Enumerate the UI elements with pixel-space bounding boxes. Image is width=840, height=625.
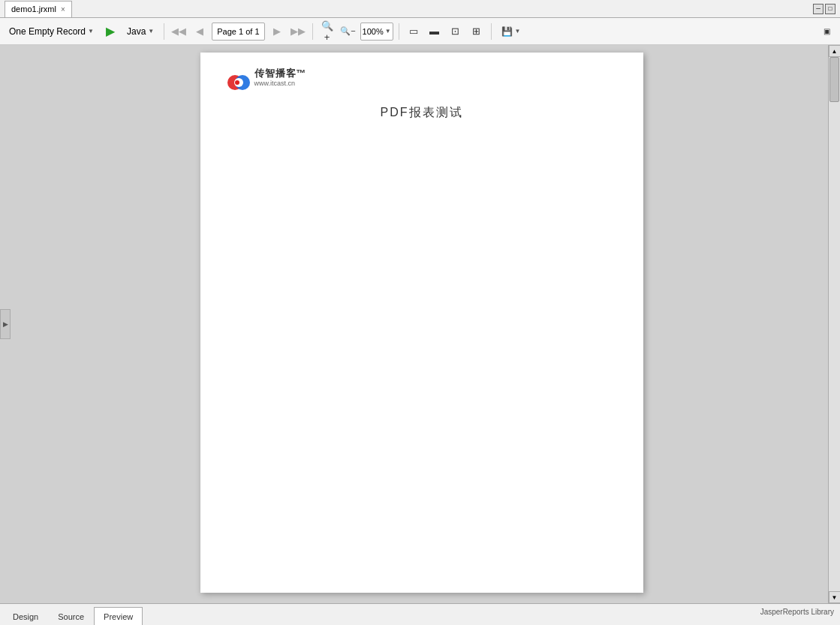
separator-3 (399, 23, 399, 40)
run-button[interactable]: ▶ (101, 23, 119, 41)
zoom-level-dropdown[interactable]: 100% ▼ (360, 23, 393, 41)
minimize-button[interactable]: ─ (813, 4, 823, 14)
company-logo (223, 68, 253, 98)
actual-size-button[interactable]: ⊞ (468, 23, 486, 41)
report-name-arrow: ▼ (88, 28, 94, 35)
save-icon: 💾 (501, 26, 513, 37)
pdf-page: 传智播客™ www.itcast.cn PDF报表测试 (200, 53, 643, 593)
scroll-area: 传智播客™ www.itcast.cn PDF报表测试 ▲ ▼ (0, 45, 840, 603)
bottom-tabs: Design Source Preview (0, 604, 754, 625)
logo-text-area: 传智播客™ www.itcast.cn (254, 68, 307, 87)
title-bar: demo1.jrxml × ─ □ (0, 0, 840, 18)
svg-point-3 (235, 80, 239, 85)
page-indicator: Page 1 of 1 (212, 23, 264, 41)
restore-button[interactable]: □ (825, 4, 835, 14)
scroll-up-arrow[interactable]: ▲ (829, 45, 841, 57)
separator-2 (312, 23, 313, 40)
nav-prev-button[interactable]: ◀ (191, 23, 209, 41)
separator-1 (164, 23, 164, 40)
separator-4 (491, 23, 492, 40)
nav-next-button[interactable]: ▶ (268, 23, 286, 41)
save-button[interactable]: 💾 ▼ (497, 21, 525, 42)
scroll-down-arrow[interactable]: ▼ (829, 591, 841, 603)
nav-first-button[interactable]: ◀◀ (170, 23, 188, 41)
vertical-scrollbar[interactable]: ▲ ▼ (828, 45, 840, 603)
scroll-thumb[interactable] (829, 57, 839, 102)
save-dropdown-arrow: ▼ (515, 28, 521, 35)
scroll-track[interactable] (829, 57, 840, 591)
view-continuous-button[interactable]: ▬ (426, 23, 444, 41)
zoom-in-button[interactable]: 🔍+ (318, 23, 336, 41)
report-name-label: One Empty Record (9, 26, 86, 37)
company-url: www.itcast.cn (254, 80, 307, 88)
page-indicator-text: Page 1 of 1 (217, 27, 259, 36)
zoom-dropdown-arrow: ▼ (385, 28, 391, 35)
report-name-dropdown[interactable]: One Empty Record ▼ (5, 21, 98, 42)
status-bar: JasperReports Library (754, 604, 840, 619)
main-area: ▶ (0, 45, 840, 603)
view-page-button[interactable]: ▭ (405, 23, 423, 41)
language-dropdown[interactable]: Java ▼ (122, 21, 158, 42)
tab-preview[interactable]: Preview (94, 607, 143, 625)
view-fit-button[interactable]: ⊡ (447, 23, 465, 41)
logo-svg (223, 68, 253, 98)
left-panel-toggle[interactable]: ▶ (0, 309, 11, 339)
zoom-out-button[interactable]: 🔍− (339, 23, 357, 41)
toolbar: One Empty Record ▼ ▶ Java ▼ ◀◀ ◀ Page 1 … (0, 18, 840, 45)
tab-source[interactable]: Source (48, 607, 94, 625)
language-label: Java (127, 26, 146, 37)
window-controls: ─ □ (813, 4, 835, 14)
title-tab-label: demo1.jrxml (11, 5, 56, 14)
pdf-logo-area: 传智播客™ www.itcast.cn (223, 68, 621, 98)
page-area: 传智播客™ www.itcast.cn PDF报表测试 (0, 45, 828, 603)
title-tab[interactable]: demo1.jrxml × (5, 1, 72, 17)
nav-last-button[interactable]: ▶▶ (289, 23, 307, 41)
company-name: 传智播客™ (254, 68, 307, 80)
toolbar-right: ▣ (817, 23, 835, 41)
status-label: JasperReports Library (760, 608, 834, 616)
pdf-title: PDF报表测试 (223, 105, 621, 121)
panel-toggle-button[interactable]: ▣ (817, 23, 835, 41)
tab-design[interactable]: Design (3, 607, 48, 625)
close-tab-button[interactable]: × (61, 5, 65, 14)
language-arrow: ▼ (148, 28, 154, 35)
zoom-level-text: 100% (363, 27, 384, 36)
